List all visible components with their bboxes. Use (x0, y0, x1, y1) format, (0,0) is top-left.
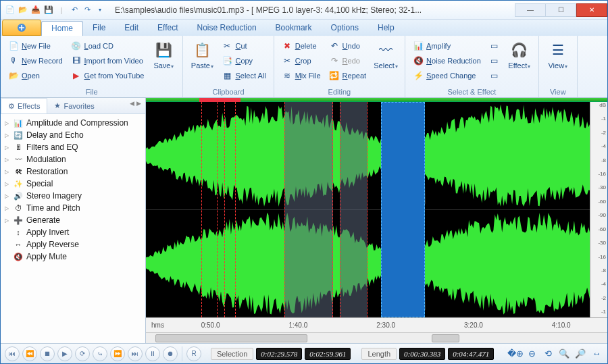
window-buttons: — ☐ ✕ (515, 3, 607, 17)
crop-icon: ✂ (282, 55, 293, 66)
transport-button[interactable]: ⏩ (110, 346, 125, 361)
load-cd-button[interactable]: 💿Load CD (69, 38, 147, 53)
paste-button[interactable]: 📋Paste▾ (188, 38, 216, 87)
horizontal-scrollbar[interactable] (146, 332, 607, 343)
transport-button[interactable]: ▶ (57, 346, 72, 361)
tab-home[interactable]: Home (41, 21, 83, 36)
effect-button[interactable]: 🎧Effect▾ (506, 38, 533, 87)
sidebar-tab-scroll[interactable]: ◀ ▶ (126, 98, 145, 113)
zoom-button[interactable]: ↔ (590, 347, 603, 361)
repeat-icon: 🔁 (329, 70, 340, 81)
icon-button[interactable]: ▭ (487, 68, 502, 82)
channel-right[interactable] (146, 210, 607, 318)
get-from-youtube-button[interactable]: ▶Get from YouTube (69, 68, 147, 82)
effect-apply-mute[interactable]: 🔇Apply Mute (2, 251, 144, 263)
redo-icon: ↷ (329, 55, 340, 66)
effect-filters-and-eq[interactable]: ▷🎚Filters and EQ (2, 141, 144, 153)
db-scale: dB-1-2-4-8-16-30-60-90-60-30-16-8-4-2-1 (590, 102, 607, 317)
maximize-button[interactable]: ☐ (545, 3, 576, 17)
tab-help[interactable]: Help (368, 21, 404, 36)
zoom-button[interactable]: 🔍 (557, 347, 571, 361)
zoom-button[interactable]: 🔎 (574, 347, 587, 361)
transport-button[interactable]: ⟳ (75, 346, 90, 361)
save-button[interactable]: 💾Save▾ (150, 38, 177, 87)
waveform-area[interactable]: hms 0:50.01:40.02:30.03:20.04:10.0 dB-1-… (146, 98, 607, 343)
zoom-button[interactable]: ⊖ (525, 347, 538, 361)
transport-button[interactable]: ⏸ (145, 346, 160, 361)
mix-file-button[interactable]: ≋Mix File (280, 68, 323, 82)
qat-dropdown-icon[interactable]: ▾ (95, 5, 105, 16)
db-tick: -30 (598, 240, 606, 246)
qat-new-icon[interactable]: 📄 (5, 5, 16, 16)
channels[interactable] (146, 102, 607, 317)
speed-change-button[interactable]: ⚡Speed Change (411, 68, 483, 82)
new-record-button[interactable]: 🎙New Record (6, 53, 65, 68)
qat-redo-icon[interactable]: ↷ (82, 5, 93, 16)
transport-button[interactable]: ⏭ (128, 346, 143, 361)
favorites-icon: ★ (54, 101, 61, 110)
tab-file[interactable]: File (83, 21, 115, 36)
tab-noise-reduction[interactable]: Noise Reduction (188, 21, 266, 36)
effect-modulation[interactable]: ▷〰Modulation (2, 153, 144, 165)
view-button[interactable]: ☰View▾ (544, 38, 572, 87)
sidebar-tab-favorites[interactable]: ★Favorites (47, 98, 101, 113)
db-tick: -1 (601, 309, 606, 315)
effect-apply-reverse[interactable]: ↔Apply Reverse (2, 238, 144, 251)
icon-button[interactable]: ▭ (487, 53, 502, 68)
open-icon: 📂 (8, 70, 19, 81)
transport-button[interactable]: ⤿ (93, 346, 107, 361)
qat-import-icon[interactable]: 📥 (30, 5, 41, 16)
scroll-thumb[interactable] (155, 334, 307, 342)
select-all-button[interactable]: ▦Select All (220, 68, 268, 82)
copy-button[interactable]: 📑Copy (220, 53, 268, 68)
group-label: File (6, 87, 177, 97)
db-tick: -1 (601, 115, 606, 122)
tab-edit[interactable]: Edit (115, 21, 148, 36)
amplify-icon: 📊 (413, 41, 424, 51)
transport-button[interactable]: ⏺ (163, 346, 178, 361)
effect-time-and-pitch[interactable]: ▷⏱Time and Pitch (2, 202, 144, 214)
undo-button[interactable]: ↶Undo (327, 38, 368, 53)
crop-button[interactable]: ✂Crop (280, 53, 323, 68)
close-button[interactable]: ✕ (576, 3, 607, 17)
effect-restoration[interactable]: ▷🛠Restoration (2, 165, 144, 178)
new-file-button[interactable]: 📄New File (6, 38, 65, 53)
record-toggle[interactable]: R (186, 346, 201, 361)
effect-special[interactable]: ▷✨Special (2, 178, 144, 190)
sidebar-tab-effects[interactable]: ⚙Effects (1, 98, 47, 113)
tab-effect[interactable]: Effect (148, 21, 187, 36)
scroll-thumb-2[interactable] (432, 334, 459, 342)
effect-amplitude-and-compression[interactable]: ▷📊Amplitude and Compression (2, 117, 144, 129)
qat-save-icon[interactable]: 💾 (43, 5, 54, 16)
noise-reduction-button[interactable]: 🔇Noise Reduction (411, 53, 483, 68)
repeat-button[interactable]: 🔁Repeat (327, 68, 368, 82)
effect-stereo-imagery[interactable]: ▷🔊Stereo Imagery (2, 190, 144, 202)
effect-icon: 🛠 (13, 166, 24, 177)
channel-left[interactable] (146, 102, 607, 210)
effect-generate[interactable]: ▷➕Generate (2, 214, 144, 226)
select-button[interactable]: 〰Select▾ (372, 38, 399, 87)
open-button[interactable]: 📂Open (6, 68, 65, 82)
import-from-video-button[interactable]: 🎞Import from Video (69, 53, 147, 68)
effect-delay-and-echo[interactable]: ▷🔄Delay and Echo (2, 129, 144, 141)
zoom-button[interactable]: �⊕ (509, 347, 522, 361)
tab-bookmark[interactable]: Bookmark (266, 21, 322, 36)
zoom-button[interactable]: ⟲ (541, 347, 555, 361)
app-menu-button[interactable] (2, 20, 41, 36)
transport-button[interactable]: ⏪ (22, 346, 37, 361)
cut-button[interactable]: ✂Cut (220, 38, 268, 53)
delete-button[interactable]: ✖Delete (280, 38, 323, 53)
qat-open-icon[interactable]: 📂 (18, 5, 28, 16)
qat-undo-icon[interactable]: ↶ (69, 5, 80, 16)
icon-button[interactable]: ▭ (487, 38, 502, 53)
minimize-button[interactable]: — (515, 3, 546, 17)
transport-button[interactable]: ⏹ (40, 346, 55, 361)
time-readout: 0:02:29.578 (256, 348, 302, 360)
transport-button[interactable]: ⏮ (5, 346, 20, 361)
ribbon-group-select-effect: 📊Amplify🔇Noise Reduction⚡Speed Change▭▭▭… (405, 36, 539, 97)
amplify-button[interactable]: 📊Amplify (411, 38, 483, 53)
ribbon-group-view: ☰View▾View (539, 36, 578, 97)
effect-apply-invert[interactable]: ↕Apply Invert (2, 226, 144, 238)
tab-options[interactable]: Options (322, 21, 368, 36)
effects-sidebar: ⚙Effects★Favorites◀ ▶ ▷📊Amplitude and Co… (1, 98, 146, 343)
